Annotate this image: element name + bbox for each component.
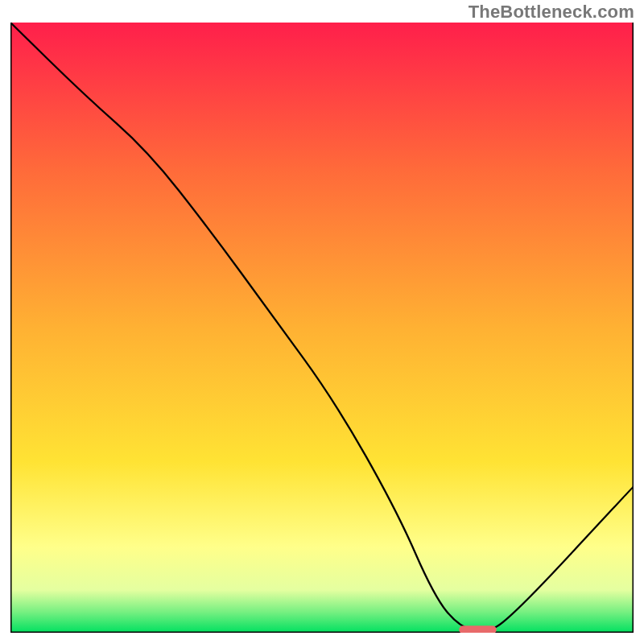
chart-canvas: TheBottleneck.com xyxy=(0,0,644,644)
watermark-text: TheBottleneck.com xyxy=(469,2,634,23)
chart-svg xyxy=(10,23,634,633)
plot-area xyxy=(10,23,634,633)
optimal-marker xyxy=(459,625,496,633)
gradient-fill xyxy=(10,23,634,633)
